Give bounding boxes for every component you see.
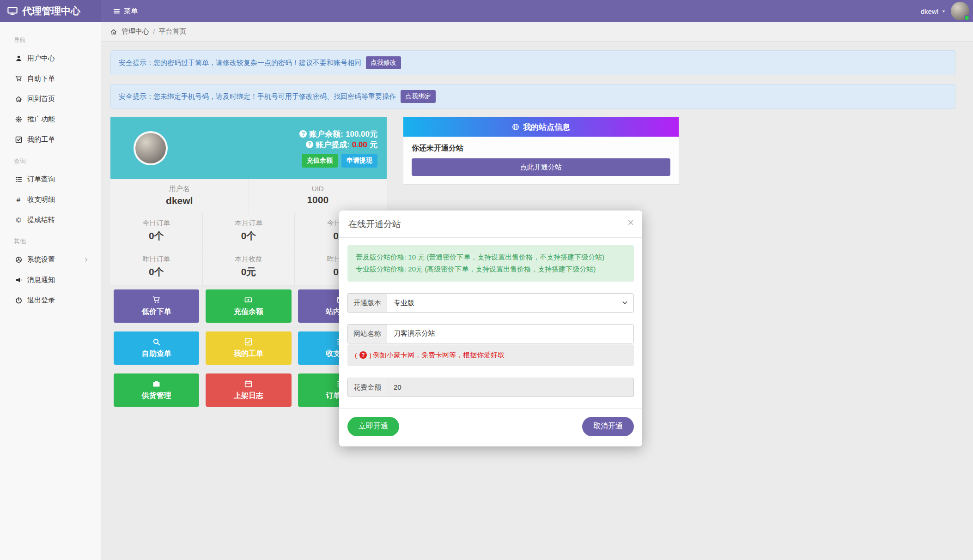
close-icon[interactable]: × [627, 217, 634, 228]
navbar-avatar[interactable] [951, 2, 969, 20]
password-alert: 安全提示：您的密码过于简单，请修改较复杂一点的密码！建议不要和账号相同 点我修改 [110, 50, 955, 75]
top-navbar: 代理管理中心 菜单 dkewl [0, 0, 973, 22]
commission-label: 账户提成: [316, 139, 350, 150]
stat-value: 0个 [203, 229, 295, 242]
recharge-balance-button[interactable]: 充值余额 [206, 289, 291, 323]
breadcrumb-root[interactable]: 管理中心 [122, 27, 149, 36]
sidebar-item-label: 退出登录 [27, 296, 55, 305]
stat-label: 本月收益 [203, 255, 295, 264]
stat-label: 本月订单 [203, 219, 295, 228]
hint-paren-open: ( [355, 351, 357, 359]
recharge-button[interactable]: 充值余额 [302, 154, 338, 168]
phone-bind-alert-text: 安全提示：您未绑定手机号码，请及时绑定！手机号可用于修改密码、找回密码等重要操作 [119, 92, 396, 101]
calendar-icon [244, 380, 252, 388]
hint-text: 例如小豪卡网，免费卡网等，根据你爱好取 [373, 351, 505, 360]
caret-down-icon [941, 9, 946, 14]
my-tickets-button[interactable]: 我的工单 [206, 331, 291, 365]
account-avatar [134, 131, 168, 165]
menu-toggle[interactable]: 菜单 [101, 0, 150, 22]
sidebar-item-promotion[interactable]: 推广功能 [0, 109, 101, 129]
online-status-dot [964, 15, 970, 21]
uid-label: UID [249, 185, 387, 193]
sidebar-item-label: 系统设置 [27, 255, 55, 264]
shelf-log-button[interactable]: 上架日志 [206, 373, 291, 407]
stat-label: 今日订单 [110, 219, 202, 228]
breadcrumb: 管理中心 / 平台首页 [101, 22, 973, 42]
search-icon [152, 338, 160, 346]
question-circle-icon[interactable]: ? [306, 141, 313, 148]
stat-cell: 本月订单 0个 [202, 213, 295, 249]
supply-manage-button[interactable]: 供货管理 [114, 373, 199, 407]
list-icon [14, 176, 23, 183]
quick-button-label: 供货管理 [142, 391, 171, 401]
site-info-title: 我的站点信息 [523, 122, 570, 132]
self-query-button[interactable]: 自助查单 [114, 331, 199, 365]
stat-label: 昨日订单 [110, 255, 202, 264]
money-icon [244, 296, 252, 304]
home-icon [110, 29, 117, 35]
chevron-down-icon [622, 300, 628, 306]
wheel-icon [14, 256, 23, 263]
bind-phone-button[interactable]: 点我绑定 [401, 90, 436, 103]
sidebar-item-system-settings[interactable]: 系统设置 [0, 249, 101, 270]
price-notice-line1: 普及版分站价格: 10 元 (普通密价下单，支持设置出售价格，不支持搭建下级分站… [356, 251, 626, 263]
username-label: 用户名 [110, 185, 249, 193]
quick-button-label: 低价下单 [142, 307, 171, 317]
sidebar-item-label: 订单查询 [27, 175, 55, 184]
site-name-input[interactable] [387, 324, 634, 343]
breadcrumb-current: 平台首页 [158, 27, 186, 36]
site-info-panel: 我的站点信息 你还未开通分站 点此开通分站 [403, 117, 679, 185]
cost-label: 花费金额 [347, 378, 387, 397]
sidebar-item-back-home[interactable]: 回到首页 [0, 89, 101, 109]
commission-line: ? 账户提成: 0.00 元 [299, 139, 377, 150]
sidebar-item-balance-detail[interactable]: # 收支明细 [0, 189, 101, 210]
uid-cell: UID 1000 [249, 179, 387, 213]
cart-icon [14, 75, 23, 82]
site-name-field-group: 网站名称 [347, 324, 634, 343]
cart-icon [152, 296, 160, 304]
site-name-label: 网站名称 [347, 324, 387, 343]
withdraw-button[interactable]: 申请提现 [341, 154, 377, 168]
question-circle-icon: ? [359, 351, 367, 359]
stat-value: 0元 [203, 265, 295, 278]
cheap-order-button[interactable]: 低价下单 [114, 289, 199, 323]
sidebar-item-my-tickets[interactable]: 我的工单 [0, 129, 101, 150]
sidebar-item-commission-transfer[interactable]: © 提成结转 [0, 210, 101, 230]
open-substation-modal: 在线开通分站 × 普及版分站价格: 10 元 (普通密价下单，支持设置出售价格，… [339, 211, 642, 446]
user-dropdown[interactable]: dkewl [921, 7, 946, 15]
monitor-icon [7, 6, 18, 16]
question-circle-icon[interactable]: ? [299, 130, 307, 138]
version-select[interactable]: 专业版 [387, 293, 634, 313]
briefcase-icon [152, 380, 160, 388]
sidebar-item-order-query[interactable]: 订单查询 [0, 169, 101, 189]
sidebar-item-logout[interactable]: 退出登录 [0, 290, 101, 310]
account-card-header: ? 账户余额: 100.00元 ? 账户提成: 0.00 元 充值余额 申请提现 [110, 117, 387, 179]
change-password-button[interactable]: 点我修改 [366, 56, 401, 69]
price-notice-line2: 专业版分站价格: 20元 (高级密价下单，支持设置出售价格，支持搭建下级分站) [356, 263, 626, 275]
sidebar: 导航 用户中心 自助下单 回到首页 推广功能 我的工单 查询 订单查询 # 收支… [0, 22, 101, 560]
sidebar-item-self-order[interactable]: 自助下单 [0, 68, 101, 89]
open-substation-button[interactable]: 点此开通分站 [412, 158, 670, 176]
sidebar-item-label: 提成结转 [27, 216, 55, 224]
copyright-icon: © [14, 216, 23, 224]
cancel-open-button[interactable]: 取消开通 [582, 417, 634, 436]
quick-button-label: 充值余额 [234, 307, 263, 317]
chevron-right-icon [81, 257, 91, 262]
navbar-right: dkewl [921, 0, 973, 22]
confirm-open-button[interactable]: 立即开通 [347, 417, 399, 436]
username-cell: 用户名 dkewl [110, 179, 249, 213]
hint-paren-close: ) [369, 351, 371, 359]
uid-value: 1000 [249, 194, 387, 205]
quick-button-label: 自助查单 [142, 349, 171, 359]
commission-unit: 元 [370, 139, 377, 150]
sidebar-item-label: 推广功能 [27, 115, 55, 124]
app-brand[interactable]: 代理管理中心 [0, 0, 101, 22]
menu-icon [113, 8, 120, 15]
version-selected-value: 专业版 [394, 299, 414, 307]
sidebar-item-notifications[interactable]: 消息通知 [0, 270, 101, 290]
stat-value: 0个 [110, 265, 202, 278]
commission-value: 0.00 [352, 139, 367, 150]
stat-cell: 昨日订单 0个 [110, 249, 202, 285]
sidebar-item-user-center[interactable]: 用户中心 [0, 48, 101, 68]
modal-title: 在线开通分站 [348, 218, 633, 230]
